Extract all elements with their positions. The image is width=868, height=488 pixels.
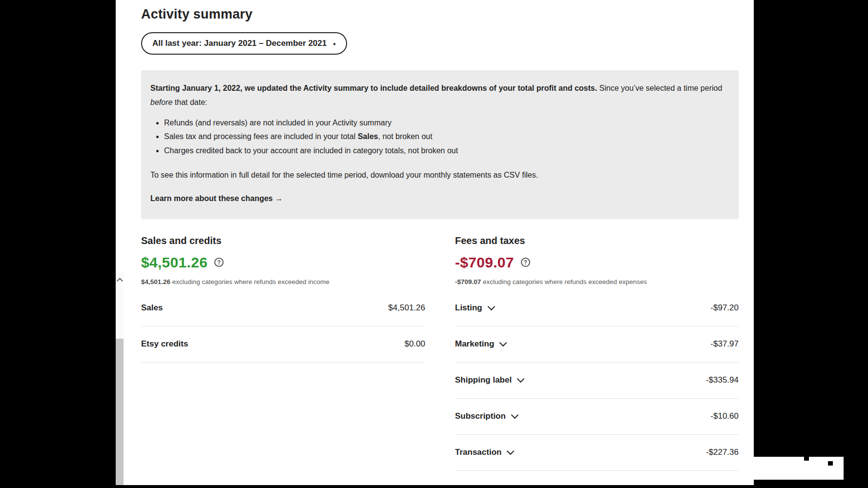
update-notice-box: Starting January 1, 2022, we updated the… — [141, 70, 739, 219]
notice-intro: Starting January 1, 2022, we updated the… — [150, 81, 728, 110]
etsy-credits-row-label-wrap: Etsy credits — [141, 339, 188, 349]
row-value: $4,501.26 — [388, 303, 425, 313]
row-value: $0.00 — [404, 339, 425, 349]
sales-section-heading: Sales and credits — [141, 235, 425, 246]
fees-section-heading: Fees and taxes — [455, 235, 739, 246]
page-title: Activity summary — [141, 7, 739, 22]
row-value: -$227.36 — [706, 447, 739, 457]
table-row-listing: Listing -$97.20 — [455, 290, 739, 326]
sales-total-note: $4,501.26 excluding categories where ref… — [141, 278, 425, 285]
row-value: -$37.97 — [710, 339, 739, 349]
table-row-shipping-label: Shipping label -$335.94 — [455, 363, 739, 399]
fees-total-amount: -$709.07 — [455, 254, 514, 271]
row-label: Sales — [141, 303, 163, 313]
sales-total-amount: $4,501.26 — [141, 254, 207, 271]
letterbox-left — [0, 0, 116, 488]
row-label: Shipping label — [455, 375, 512, 385]
row-value: -$97.20 — [710, 303, 739, 313]
notice-bullet-list: Refunds (and reversals) are not included… — [150, 116, 728, 158]
shipping-label-category-toggle[interactable]: Shipping label — [455, 375, 523, 385]
row-label: Marketing — [455, 339, 494, 349]
notice-bullet: Charges credited back to your account ar… — [164, 144, 728, 158]
chevron-down-icon — [511, 411, 519, 419]
help-icon[interactable]: ? — [521, 258, 530, 267]
sales-row-label-wrap: Sales — [141, 303, 163, 313]
chevron-down-icon — [499, 339, 507, 347]
screen-artifact — [753, 457, 844, 480]
row-label: Subscription — [455, 411, 506, 421]
fees-total-note: -$709.07 excluding categories where refu… — [455, 278, 739, 285]
table-row-subscription: Subscription -$10.60 — [455, 399, 739, 435]
chevron-down-icon — [487, 303, 495, 311]
learn-more-link[interactable]: Learn more about these changes → — [150, 192, 283, 206]
sales-and-credits-section: Sales and credits $4,501.26 ? $4,501.26 … — [141, 235, 425, 471]
sales-total: $4,501.26 ? — [141, 254, 425, 271]
table-row-sales: Sales $4,501.26 — [141, 290, 425, 326]
summary-columns: Sales and credits $4,501.26 ? $4,501.26 … — [141, 235, 739, 471]
fees-rows: Listing -$97.20 Marketing -$37.97 — [455, 290, 739, 471]
artifact-square — [804, 457, 809, 461]
help-icon[interactable]: ? — [214, 258, 224, 267]
listing-category-toggle[interactable]: Listing — [455, 303, 494, 313]
chevron-down-icon — [507, 447, 515, 455]
letterbox-right — [754, 0, 868, 488]
notice-footer: To see this information in full detail f… — [150, 168, 728, 183]
scroll-up-icon[interactable] — [117, 278, 123, 284]
fees-total: -$709.07 ? — [455, 254, 739, 271]
row-label: Etsy credits — [141, 339, 188, 349]
row-value: -$10.60 — [710, 411, 739, 421]
artifact-square — [828, 461, 833, 466]
chevron-down-icon — [517, 375, 525, 383]
notice-intro-text: Since you’ve selected a time period — [597, 84, 722, 92]
row-label: Transaction — [455, 447, 501, 457]
table-row-etsy-credits: Etsy credits $0.00 — [141, 326, 425, 363]
table-row-transaction: Transaction -$227.36 — [455, 435, 739, 471]
subscription-category-toggle[interactable]: Subscription — [455, 411, 517, 421]
sales-rows: Sales $4,501.26 Etsy credits $0.00 — [141, 290, 425, 363]
notice-bullet: Refunds (and reversals) are not included… — [164, 116, 728, 130]
notice-intro-text-2: that date: — [172, 98, 207, 106]
letterbox-bottom — [0, 485, 868, 488]
vertical-scrollbar[interactable] — [116, 272, 124, 485]
marketing-category-toggle[interactable]: Marketing — [455, 339, 506, 349]
fees-and-taxes-section: Fees and taxes -$709.07 ? -$709.07 exclu… — [455, 235, 739, 471]
date-range-dropdown[interactable]: All last year: January 2021 – December 2… — [141, 32, 347, 55]
notice-intro-italic: before — [150, 98, 172, 106]
row-label: Listing — [455, 303, 482, 313]
transaction-category-toggle[interactable]: Transaction — [455, 447, 513, 457]
page-viewport: Activity summary All last year: January … — [116, 0, 754, 485]
table-row-marketing: Marketing -$37.97 — [455, 326, 739, 363]
notice-bullet: Sales tax and processing fees are includ… — [164, 130, 728, 144]
scrollbar-thumb[interactable] — [116, 339, 124, 485]
notice-intro-bold: Starting January 1, 2022, we updated the… — [150, 84, 597, 92]
caret-down-icon: ▾ — [333, 41, 336, 47]
activity-summary-page: Activity summary All last year: January … — [141, 0, 739, 471]
row-value: -$335.94 — [706, 375, 739, 385]
date-range-label: All last year: January 2021 – December 2… — [152, 39, 327, 48]
